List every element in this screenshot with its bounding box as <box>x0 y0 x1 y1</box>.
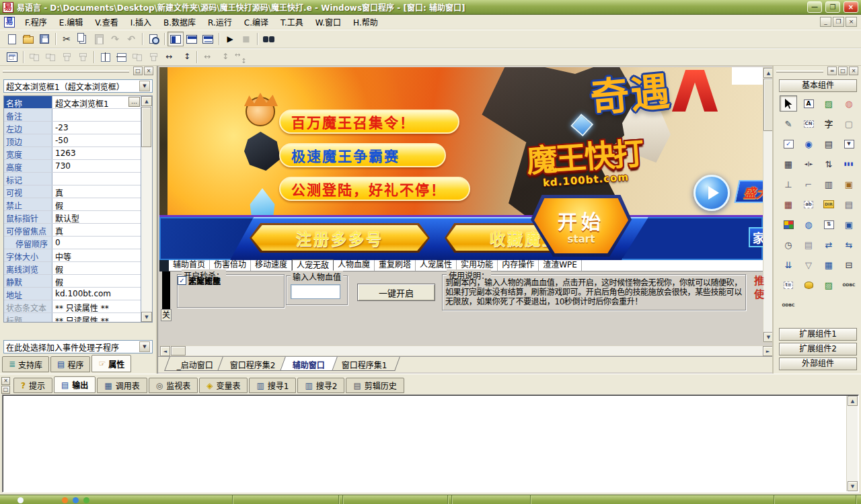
space-across-button[interactable] <box>129 50 145 65</box>
menu-item[interactable]: B.数据库 <box>157 15 202 29</box>
window-shade-icon[interactable]: ▣ <box>840 176 858 192</box>
property-row[interactable]: 备注 … <box>4 109 141 122</box>
spin-box-icon[interactable]: ⇅ <box>820 216 837 233</box>
taskbar[interactable] <box>0 495 861 504</box>
panel-maximize-button[interactable]: □ <box>838 67 848 75</box>
assist-tab[interactable]: 人宠无敌 <box>292 259 334 271</box>
undo-button[interactable] <box>123 32 139 46</box>
tab-program[interactable]: ▤ 程序 <box>50 356 90 372</box>
external-components-button[interactable]: 外部组件 <box>779 358 857 370</box>
property-value[interactable]: 730… <box>52 160 141 172</box>
tab-properties[interactable]: ☞ 属性 <box>91 355 131 372</box>
blood-value-input[interactable] <box>291 284 340 299</box>
close-label[interactable]: 关 <box>161 309 172 321</box>
register-button[interactable]: 注册多多号 <box>250 223 430 253</box>
tab-search2[interactable]: ▥ 搜寻2 <box>297 378 344 393</box>
space-down-button[interactable] <box>145 50 161 65</box>
tab-search1[interactable]: ▥ 搜寻1 <box>249 378 296 393</box>
same-size-button[interactable] <box>232 50 248 65</box>
save-button[interactable] <box>36 32 52 46</box>
event-selector[interactable]: 在此处选择加入事件处理子程序 ▼ <box>3 340 153 353</box>
property-row[interactable]: 离线浏览 假… <box>4 262 141 275</box>
property-row[interactable]: 鼠标指针 默认型… <box>4 211 141 224</box>
game-banner[interactable]: 奇遇 百万魔王召集令！ 极速魔王争霸赛 公测登陆，好礼不停！ 魔王快打 kd.1… <box>159 67 763 260</box>
property-value[interactable]: ** 只读属性 **… <box>52 313 141 323</box>
check-box-icon[interactable]: ✓ <box>780 136 797 152</box>
play-button[interactable] <box>694 175 730 211</box>
property-value[interactable]: kd.100bt.com… <box>52 288 141 300</box>
mdi-close-button[interactable]: × <box>846 17 857 27</box>
data-pump-icon[interactable]: ▽ <box>800 257 817 273</box>
panel-close-button[interactable]: × <box>849 67 858 75</box>
scroll-down-icon[interactable]: ▼ <box>141 312 152 322</box>
odbc-db-icon[interactable]: ODBC <box>780 297 797 313</box>
minimize-button[interactable]: — <box>807 1 822 13</box>
dir-box-icon[interactable]: DIR <box>820 196 837 212</box>
property-row[interactable]: 名称 超文本浏览框1… <box>4 96 141 109</box>
timer-icon[interactable]: ◷ <box>780 237 797 253</box>
tab-variable-table[interactable]: ◈ 变量表 <box>199 378 248 393</box>
menu-item[interactable]: H.帮助 <box>347 15 384 29</box>
assist-tab[interactable]: 移动速度 <box>251 260 292 271</box>
mini-form-icon[interactable]: ▣ <box>840 216 858 233</box>
chevron-down-icon[interactable]: ▼ <box>139 81 150 91</box>
stop-button[interactable] <box>238 32 254 46</box>
window-tab[interactable]: 窗口程序集2 <box>217 357 288 371</box>
menu-item[interactable]: T.工具 <box>274 15 309 29</box>
rich-doc-icon[interactable]: ▤ <box>840 196 858 212</box>
property-row[interactable]: 可停留焦点 真… <box>4 224 141 237</box>
panel-close-button[interactable]: × <box>1 377 10 385</box>
panel-maximize-button[interactable]: □ <box>1 386 10 394</box>
same-height-button[interactable] <box>216 50 232 65</box>
assist-tab[interactable]: 人物血魔 <box>334 260 375 271</box>
property-value[interactable]: 假… <box>52 262 141 274</box>
property-row[interactable]: 状态条文本 ** 只读属性 **… <box>4 300 141 313</box>
scroll-thumb[interactable] <box>763 79 773 131</box>
odbc-source-icon[interactable]: ODBC <box>840 277 858 293</box>
fit-width-button[interactable] <box>161 50 178 65</box>
char-label-icon[interactable]: 字 <box>820 116 837 132</box>
h-scrollbar-icon[interactable]: ◄║► <box>800 156 817 172</box>
property-value[interactable]: ** 只读属性 **… <box>52 300 141 312</box>
scroll-thumb[interactable] <box>141 107 151 147</box>
tab-tips[interactable]: ? 提示 <box>13 378 52 393</box>
animation-icon[interactable]: ▥ <box>820 176 837 192</box>
list-view-icon[interactable]: ▦ <box>780 156 797 172</box>
run-button[interactable] <box>222 32 238 46</box>
tab-panels-icon[interactable]: ⊟ <box>840 257 858 273</box>
slider-icon[interactable]: ⊥ <box>780 176 797 192</box>
output-scrollbar[interactable]: ▲ ▼ <box>846 396 858 491</box>
property-value[interactable]: 默认型… <box>52 211 141 223</box>
view-layout1-button[interactable] <box>167 32 184 46</box>
property-row[interactable]: 禁止 假… <box>4 198 141 211</box>
panel-menu-button[interactable]: ≡ <box>827 67 837 75</box>
property-value[interactable]: -50… <box>52 134 141 146</box>
menu-item[interactable]: R.运行 <box>202 15 238 29</box>
output-area[interactable]: ▲ ▼ <box>2 394 859 493</box>
paste-button[interactable] <box>91 32 107 46</box>
redo-button[interactable] <box>107 32 123 46</box>
checkbox-icon[interactable]: ✓ <box>178 276 186 285</box>
window-tab[interactable]: _启动窗口 <box>164 357 226 371</box>
client-socket-icon[interactable]: ⇄ <box>820 237 837 253</box>
scroll-up-icon[interactable]: ▲ <box>141 96 152 106</box>
db-table-icon[interactable] <box>800 277 817 293</box>
open-file-button[interactable] <box>20 32 36 46</box>
property-value[interactable]: 假… <box>52 275 141 287</box>
cn-frame-icon[interactable]: CN <box>800 116 817 132</box>
window-tab[interactable]: 辅助窗口 <box>280 357 338 371</box>
property-row[interactable]: 标题 ** 只读属性 **… <box>4 313 141 323</box>
panel-close-button[interactable]: × <box>144 67 153 75</box>
search-code-button[interactable] <box>145 32 161 46</box>
picture-box-icon[interactable]: ▨ <box>820 95 837 112</box>
align-left-button[interactable] <box>26 50 42 65</box>
tab-support-library[interactable]: ≣ 支持库 <box>2 356 49 372</box>
property-value[interactable]: … <box>52 173 141 185</box>
menu-item[interactable]: W.窗口 <box>309 15 347 29</box>
server-socket-icon[interactable]: ⇆ <box>840 237 858 253</box>
label-component-icon[interactable]: A <box>800 95 817 112</box>
view-layout2-button[interactable] <box>184 32 200 46</box>
align-top-button[interactable] <box>59 50 75 65</box>
shape-component-icon[interactable]: ◍ <box>840 95 858 112</box>
new-file-button[interactable] <box>4 32 20 46</box>
